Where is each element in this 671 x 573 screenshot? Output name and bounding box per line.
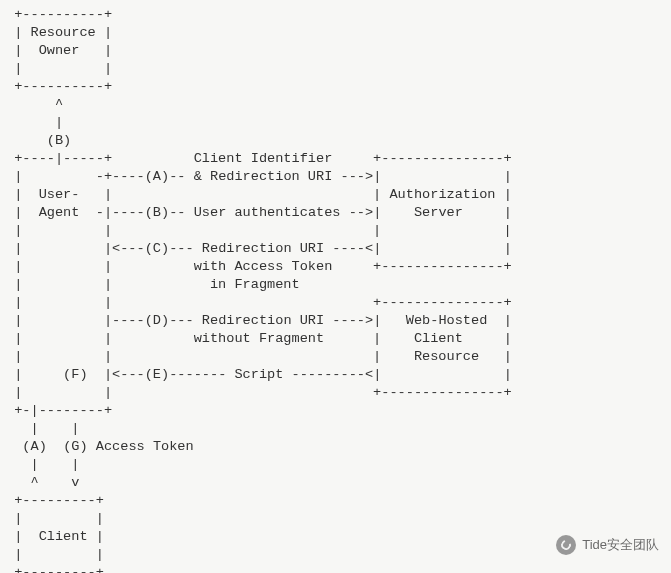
flow-F-tag: (F) (63, 367, 87, 382)
client-label-1: Client (39, 529, 88, 544)
flow-A-tag: (A) (145, 169, 169, 184)
flow-C-sub1: with Access Token (194, 259, 333, 274)
resource-owner-label-2: Owner (39, 43, 80, 58)
flow-E-text: Script ---------< (234, 367, 373, 382)
watermark-label: Tide安全团队 (582, 536, 659, 554)
flow-D-text: Redirection URI ----> (202, 313, 373, 328)
flow-A-text: & Redirection URI ---> (194, 169, 373, 184)
flow-B-auth-tag: (B) (145, 205, 169, 220)
authz-server-label-1: Authorization (389, 187, 495, 202)
wechat-icon (556, 535, 576, 555)
flow-C-tag: (C) (145, 241, 169, 256)
resource-owner-label-1: Resource (30, 25, 95, 40)
flow-E-tag: (E) (145, 367, 169, 382)
flow-D-sub1: without Fragment (194, 331, 325, 346)
watermark: Tide安全团队 (556, 535, 659, 555)
authz-server-label-2: Server (414, 205, 463, 220)
webres-label-3: Resource (414, 349, 479, 364)
user-agent-label-1: User- (39, 187, 80, 202)
flow-D-tag: (D) (145, 313, 169, 328)
flow-G-tag: (G) (63, 439, 87, 454)
oauth2-implicit-flow-diagram: +----------+ | Resource | | Owner | | | … (0, 0, 671, 573)
webres-label-2: Client (414, 331, 463, 346)
client-identifier-header: Client Identifier (194, 151, 333, 166)
webres-label-1: Web-Hosted (406, 313, 488, 328)
flow-G-text: Access Token (96, 439, 194, 454)
flow-C-sub2: in Fragment (210, 277, 300, 292)
user-agent-label-2: Agent (39, 205, 80, 220)
flow-A-down-tag: (A) (22, 439, 46, 454)
flow-B-auth-text: User authenticates --> (194, 205, 373, 220)
flow-C-text: Redirection URI ----< (202, 241, 373, 256)
flow-B-up-tag: (B) (47, 133, 71, 148)
